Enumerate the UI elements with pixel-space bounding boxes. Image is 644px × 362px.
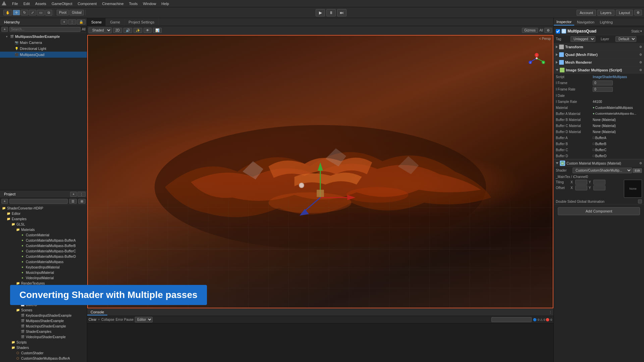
object-active-toggle[interactable] — [556, 29, 560, 34]
console-error-pause-btn[interactable]: Error Pause — [116, 318, 133, 321]
project-item-videoinputshaderexample[interactable]: 🎬VideoInputShaderExample — [0, 334, 87, 340]
hierarchy-menu-btn[interactable]: ⋮ — [68, 19, 76, 24]
project-item-musicinputmaterial[interactable]: ●MusicInputMaterial — [0, 270, 87, 275]
material-menu[interactable]: ⚙ — [639, 162, 642, 165]
project-item-custommaterialmultipass-bufferd[interactable]: ●CustomMaterialMultipass-BufferD — [0, 254, 87, 259]
console-collapse-btn[interactable]: Collapse — [101, 318, 114, 321]
tab-scene[interactable]: Scene — [87, 18, 106, 26]
hierarchy-lock-btn[interactable]: 🔒 — [77, 19, 86, 24]
account-button[interactable]: Account — [577, 10, 596, 16]
tab-navigation[interactable]: Navigation — [574, 19, 597, 25]
project-item-multipassshaderexample[interactable]: 🎬MultipassShaderExample — [0, 318, 87, 323]
menu-component[interactable]: Component — [75, 1, 99, 6]
rect-tool[interactable]: ▭ — [37, 10, 45, 15]
hierarchy-plus-btn[interactable]: + — [1, 27, 8, 32]
tab-project[interactable]: Project — [1, 191, 18, 197]
rotate-tool[interactable]: ↻ — [21, 10, 28, 15]
project-item-materials[interactable]: 📁Materials — [0, 227, 87, 232]
offset-x-input[interactable]: 0 — [575, 185, 587, 190]
shader-edit-btn[interactable]: Edit — [633, 168, 642, 173]
play-button[interactable]: ▶ — [316, 9, 325, 16]
iframe-input[interactable]: 0 — [593, 80, 613, 85]
menu-cinemachine[interactable]: Cinemachine — [99, 1, 126, 6]
console-editor-select[interactable]: Editor — [135, 317, 153, 322]
project-item-custommaterialmultipass-buffera[interactable]: ●CustomMaterialMultipass-BufferA — [0, 238, 87, 243]
menu-tools[interactable]: Tools — [126, 1, 141, 6]
transform-menu[interactable]: ⚙ — [639, 45, 642, 49]
layer-select[interactable]: Default — [615, 36, 636, 42]
hierarchy-scene-root[interactable]: ▾ 🎬 MultipassShaderExample — [0, 34, 87, 40]
project-item-scripts[interactable]: 📁Scripts — [0, 340, 87, 345]
project-lock-btn[interactable]: ⋮ — [77, 192, 86, 197]
pause-button[interactable]: ⏸ — [326, 9, 336, 16]
move-tool[interactable]: ✛ — [13, 10, 20, 15]
console-more-btn[interactable]: ⋮ — [549, 310, 552, 314]
project-content[interactable]: 📁ShaderConverter-HDRP📁Editor📁Examples📁GL… — [0, 205, 87, 362]
project-item-musicinputshaderexample[interactable]: 🎬MusicInputShaderExample — [0, 323, 87, 329]
texture-swatch[interactable]: None — [624, 180, 642, 198]
tab-lighting[interactable]: Lighting — [597, 19, 615, 25]
gizmos-btn[interactable]: Gizmos — [522, 28, 538, 33]
tab-project-settings[interactable]: Project Settings — [124, 18, 159, 26]
hierarchy-main-camera[interactable]: 📷 Main Camera — [0, 40, 87, 46]
image-shader-menu[interactable]: ⚙ — [639, 68, 642, 72]
menu-file[interactable]: File — [9, 1, 21, 6]
image-shader-header[interactable]: Image Shader Multipass (Script) ⚙ — [554, 66, 644, 74]
project-item-glsl[interactable]: 📁GLSL — [0, 222, 87, 227]
project-item-shaderconverter-hdrp[interactable]: 📁ShaderConverter-HDRP — [0, 205, 87, 211]
hierarchy-add-btn[interactable]: + — [61, 19, 67, 24]
project-view-btn[interactable]: ⊞ — [78, 199, 86, 204]
menu-edit[interactable]: Edit — [21, 1, 33, 6]
menu-help[interactable]: Help — [159, 1, 172, 6]
project-item-custommaterialmultipass-bufferc[interactable]: ●CustomMaterialMultipass-BufferC — [0, 248, 87, 254]
iframerate-input[interactable]: 0 — [593, 87, 613, 92]
transform-header[interactable]: Transform ⚙ — [554, 43, 644, 51]
mesh-renderer-header[interactable]: Mesh Renderer ⚙ — [554, 59, 644, 66]
effects-toggle[interactable]: ✨ — [133, 28, 142, 33]
project-search[interactable] — [9, 199, 68, 204]
settings-icon[interactable]: ⚙ — [634, 10, 642, 15]
tab-console[interactable]: Console — [87, 309, 107, 315]
tiling-y-input[interactable]: 1 — [593, 180, 605, 185]
scene-settings-btn[interactable]: ⚙ — [544, 28, 552, 33]
console-search[interactable] — [491, 317, 532, 322]
console-clear-btn[interactable]: Clear — [89, 318, 97, 321]
shader-select[interactable]: Custom/CustomShaderMultip... — [573, 168, 632, 173]
project-item-custommaterialmultipass-bufferb[interactable]: ●CustomMaterialMultipass-BufferB — [0, 243, 87, 248]
multi-tool[interactable]: ⧉ — [45, 10, 52, 16]
offset-y-input[interactable]: 0 — [593, 185, 605, 190]
hierarchy-directional-light[interactable]: 💡 Directional Light — [0, 46, 87, 52]
project-add-btn[interactable]: + — [70, 192, 77, 197]
mesh-filter-menu[interactable]: ⚙ — [639, 53, 642, 56]
project-item-custommaterialmultipass[interactable]: ●CustomMaterialMultipass — [0, 259, 87, 264]
project-filter-btn[interactable]: ☰ — [69, 199, 77, 204]
menu-assets[interactable]: Assets — [33, 1, 49, 6]
tag-select[interactable]: Untagged — [571, 36, 595, 42]
hierarchy-content[interactable]: ▾ 🎬 MultipassShaderExample 📷 Main Camera… — [0, 33, 87, 190]
pivot-button[interactable]: Pivot — [57, 10, 69, 15]
project-item-keyboardinputmaterial[interactable]: ●KeyboardInputMaterial — [0, 264, 87, 270]
tab-game[interactable]: Game — [106, 18, 124, 26]
project-item-examples[interactable]: 📁Examples — [0, 216, 87, 222]
double-sided-checkbox[interactable] — [638, 199, 642, 203]
global-button[interactable]: Global — [69, 10, 84, 15]
shaded-select[interactable]: Shaded — [89, 27, 112, 33]
hide-toggle[interactable]: 👁 — [144, 28, 152, 33]
project-item-editor[interactable]: 📁Editor — [0, 211, 87, 216]
project-item-videoinputmaterial[interactable]: ●VideoInputMaterial — [0, 275, 87, 281]
tab-hierarchy[interactable]: Hierarchy — [1, 19, 22, 25]
2d-toggle[interactable]: 2D — [113, 28, 122, 33]
project-item-shaders[interactable]: 📁Shaders — [0, 345, 87, 350]
add-component-button[interactable]: Add Component — [558, 207, 640, 215]
project-plus-btn[interactable]: + — [1, 199, 8, 204]
menu-gameobject[interactable]: GameObject — [49, 1, 75, 6]
mesh-renderer-menu[interactable]: ⚙ — [639, 61, 642, 64]
project-item-shaderexamples[interactable]: 🎬ShaderExamples — [0, 329, 87, 334]
project-item-customshadermultipass-buffera[interactable]: ⬡CustomShaderMultipass-BufferA — [0, 356, 87, 361]
tab-inspector[interactable]: Inspector — [554, 19, 574, 25]
layout-button[interactable]: Layout — [616, 10, 633, 16]
hand-tool[interactable]: ✋ — [3, 10, 12, 15]
scale-tool[interactable]: ⤢ — [29, 10, 36, 15]
tiling-x-input[interactable]: 1 — [575, 180, 587, 185]
stats-toggle[interactable]: 📊 — [153, 28, 162, 33]
